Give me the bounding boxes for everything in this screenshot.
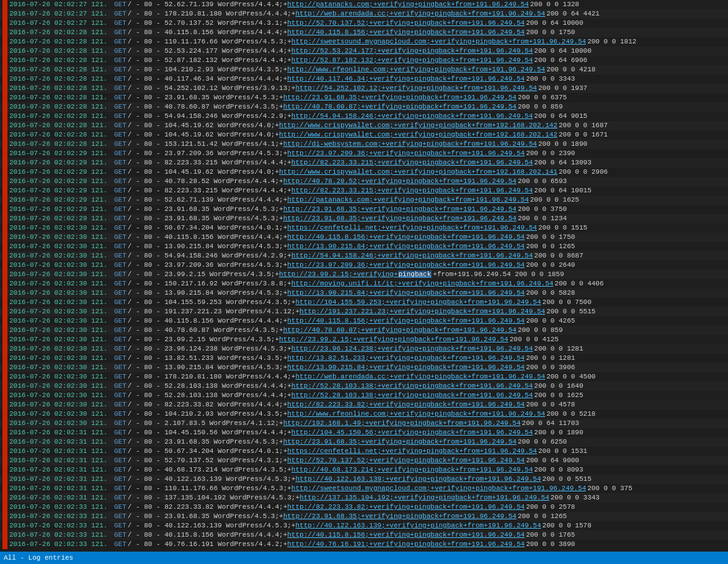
log-method: GET (114, 214, 127, 223)
log-link[interactable]: https://cenfetelli.net;+verifying+pingba… (287, 223, 537, 233)
log-text: / - 80 - 23.97.209.36 WordPress/4.5.3;+ (128, 261, 287, 270)
log-link[interactable]: http://23.91.68.35;+verifying+pingback+f… (283, 205, 517, 214)
log-link[interactable]: http://www.crispywallet.com;+verifying+p… (279, 121, 557, 130)
log-link[interactable]: http://23.97.209.36;+verifying+pingback+… (287, 149, 525, 158)
log-method: GET (114, 475, 127, 484)
log-link[interactable]: http://40.117.46.34;+verifying+pingback+… (287, 74, 525, 84)
log-link[interactable]: http://23.97.209.36;+verifying+pingback+… (287, 261, 525, 270)
severity-indicator (2, 65, 7, 74)
log-row: 2016-07-26 02:02:28 121.GET / - 80 - 54.… (0, 84, 728, 93)
log-method: GET (114, 419, 127, 428)
log-suffix: 200 0 0 4125 (510, 335, 559, 344)
severity-indicator (2, 205, 7, 214)
severity-indicator (2, 289, 7, 298)
log-timestamp: 2016-07-26 02:02:31 121. (9, 447, 112, 456)
log-link[interactable]: http://23.91.68.35;+verifying+pingback+f… (283, 512, 517, 521)
log-row: 2016-07-26 02:02:28 121.GET / - 80 - 40.… (0, 102, 728, 112)
log-link[interactable]: http://40.122.163.139;+verifying+pingbac… (295, 521, 541, 530)
log-text: / - 80 - 191.237.221.23 WordPress/4.1.12… (128, 307, 300, 316)
log-link[interactable]: http://web.arendada.cc;+verifying+pingba… (295, 9, 545, 19)
log-text: / - 80 - 104.45.19.62 WordPress/4.0;+ (128, 168, 279, 177)
log-link[interactable]: http://www.crispywallet.com;+verifying+p… (279, 168, 557, 177)
log-link[interactable]: http://di-websystem.com;+verifying+pingb… (283, 140, 537, 149)
log-timestamp: 2016-07-26 02:02:30 121. (9, 419, 112, 428)
log-row: 2016-07-26 02:02:33 121.GET / - 80 - 23.… (0, 512, 728, 521)
severity-indicator (2, 270, 7, 279)
log-link[interactable]: http://23.91.68.35;+verifying+pingback+f… (283, 437, 517, 447)
log-link[interactable]: http://40.115.8.156;+verifying+pingback+… (287, 28, 525, 37)
log-link[interactable]: http://23.91.68.35;+verifying+pingback+f… (283, 214, 517, 223)
log-link[interactable]: http://54.94.158.246;+verifying+pingback… (291, 112, 533, 121)
log-link[interactable]: http://www.rfeonline.com;+verifying+ping… (287, 65, 545, 74)
log-link[interactable]: http://54.252.102.12;+verifying+pingback… (295, 84, 536, 93)
log-link[interactable]: http://13.90.215.84;+verifying+pingback+… (287, 363, 525, 372)
log-link[interactable]: http://www.rfeonline.com;+verifying+ping… (287, 410, 545, 419)
log-link[interactable]: http://sweetsound.mygnapcloud.com;+verif… (291, 37, 586, 47)
log-link[interactable]: http://23.96.124.238;+verifying+pingback… (291, 344, 533, 354)
log-link[interactable]: http://40.122.163.139;+verifying+pingbac… (295, 475, 541, 484)
log-link[interactable]: http://13.82.51.233;+verifying+pingback+… (287, 354, 525, 363)
log-link[interactable]: http://82.223.33.215;+verifying+pingback… (291, 158, 533, 168)
log-text: / - 80 - 40.115.8.156 WordPress/4.4.4;+ (128, 316, 287, 326)
log-link[interactable]: http://52.87.182.132;+verifying+pingback… (291, 56, 533, 65)
log-suffix: 200 0 0 1890 (538, 140, 587, 149)
log-link[interactable]: http://40.78.60.87;+verifying+pingback+f… (283, 326, 517, 335)
log-link[interactable]: http://191.237.221.23;+verifying+pingbac… (300, 307, 545, 316)
severity-indicator (2, 177, 7, 186)
log-link[interactable]: http://54.94.158.246;+verifying+pingback… (291, 251, 533, 261)
log-link[interactable]: http://40.78.60.87;+verifying+pingback+f… (283, 102, 517, 112)
log-timestamp: 2016-07-26 02:02:30 121. (9, 363, 112, 372)
log-link[interactable]: http://sweetsound.mygnapcloud.com;+verif… (291, 484, 586, 493)
log-timestamp: 2016-07-26 02:02:28 121. (9, 112, 112, 121)
log-timestamp: 2016-07-26 02:02:28 121. (9, 56, 112, 65)
log-suffix: 200 0 0 6375 (518, 93, 567, 102)
log-method: GET (114, 465, 127, 475)
log-link[interactable]: http://40.78.28.52;+verifying+pingback+f… (283, 177, 517, 186)
log-link[interactable]: http://40.68.173.214;+verifying+pingback… (291, 465, 533, 475)
log-row: 2016-07-26 02:02:28 121.GET / - 80 - 52.… (0, 56, 728, 65)
severity-indicator (2, 186, 7, 195)
log-row: 2016-07-26 02:02:29 121.GET / - 80 - 23.… (0, 214, 728, 223)
log-link[interactable]: http://13.90.215.84;+verifying+pingback+… (287, 289, 525, 298)
log-suffix: 200 0 0 1265 (518, 512, 567, 521)
log-link[interactable]: https://cenfetelli.net;+verifying+pingba… (287, 447, 537, 456)
log-suffix: 200 0 0 8687 (534, 251, 583, 261)
log-link[interactable]: http://13.90.215.84;+verifying+pingback+… (287, 242, 525, 251)
log-text: / - 80 - 40.115.8.156 WordPress/4.4.4;+ (128, 530, 287, 540)
log-link[interactable]: http://137.135.104.192;+verifying+pingba… (300, 493, 549, 503)
log-text: / - 80 - 52.53.224.177 WordPress/4.4.4;+ (128, 47, 291, 56)
log-suffix: +from+191.96.249.54 200 0 0 1859 (433, 270, 564, 279)
log-method: GET (114, 195, 127, 205)
log-link[interactable]: http://82.223.33.215;+verifying+pingback… (291, 186, 533, 195)
log-link[interactable]: http://82.223.33.82;+verifying+pingback+… (287, 400, 525, 410)
log-link[interactable]: http://patanacks.com;+verifying+pingback… (287, 195, 528, 205)
log-link[interactable]: http://52.70.137.52;+verifying+pingback+… (287, 19, 525, 28)
log-link[interactable]: http://104.45.150.56;+verifying+pingback… (291, 428, 533, 437)
log-link[interactable]: http://23.99.2.15;+verifying+pingback (279, 270, 432, 279)
log-row: 2016-07-26 02:02:29 121.GET / - 80 - 23.… (0, 205, 728, 214)
log-link[interactable]: http://40.115.8.156;+verifying+pingback+… (287, 530, 525, 540)
log-link[interactable]: http://40.76.16.191;+verifying+pingback+… (287, 540, 525, 549)
log-link[interactable]: http://52.70.137.52;+verifying+pingback+… (287, 456, 525, 465)
log-row: 2016-07-26 02:02:30 121.GET / - 80 - 23.… (0, 335, 728, 344)
log-link[interactable]: http://40.115.8.156;+verifying+pingback+… (287, 316, 525, 326)
log-method: GET (114, 102, 127, 112)
log-link[interactable]: http://23.91.68.35;+verifying+pingback+f… (283, 93, 517, 102)
log-suffix: 200 0 64 13093 (534, 158, 591, 168)
log-link[interactable]: http://52.28.103.138;+verifying+pingback… (291, 382, 533, 391)
log-link[interactable]: http://patanacks.com;+verifying+pingback… (287, 0, 528, 9)
log-link[interactable]: http://192.168.1.49;+verifying+pingback+… (283, 419, 521, 428)
severity-indicator (2, 354, 7, 363)
log-link[interactable]: http://40.115.8.156;+verifying+pingback+… (287, 233, 525, 242)
log-link[interactable]: http://52.53.224.177;+verifying+pingback… (291, 47, 533, 56)
log-link[interactable]: http://23.99.2.15;+verifying+pingback+fr… (279, 335, 508, 344)
log-link[interactable]: http://www.crispywallet.com;+verifying+p… (279, 130, 557, 140)
log-link[interactable]: http://web.arendada.cc;+verifying+pingba… (295, 372, 545, 382)
log-link[interactable]: http://moving.unifi.it/it;+verifying+pin… (291, 279, 553, 289)
log-link[interactable]: http://52.28.103.138;+verifying+pingback… (291, 391, 533, 400)
log-link[interactable]: http://82.223.33.82;+verifying+pingback+… (287, 503, 525, 512)
log-text: / - 80 - 40.78.60.87 WordPress/4.3.5;+ (128, 326, 283, 335)
log-method: GET (114, 307, 127, 316)
log-timestamp: 2016-07-26 02:02:29 121. (9, 205, 112, 214)
log-link[interactable]: http://104.155.59.253;+verifying+pingbac… (295, 298, 541, 307)
